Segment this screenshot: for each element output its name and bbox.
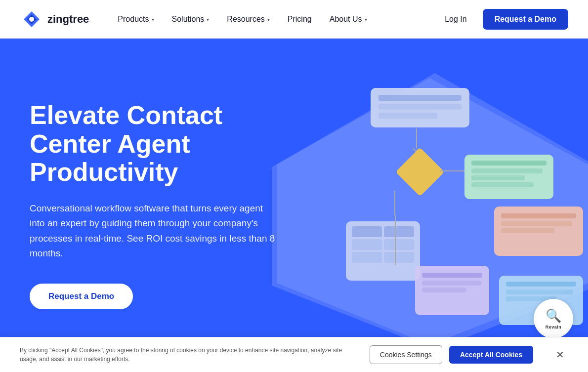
request-demo-button-nav[interactable]: Request a Demo bbox=[483, 9, 568, 30]
products-chevron-icon: ▾ bbox=[152, 17, 154, 22]
logo-link[interactable]: zingtree bbox=[20, 7, 89, 31]
zingtree-logo bbox=[20, 7, 43, 31]
navbar: zingtree Products ▾ Solutions ▾ Resource… bbox=[0, 0, 588, 39]
svg-point-2 bbox=[29, 17, 34, 22]
revain-label: Revain bbox=[546, 325, 562, 330]
nav-resources[interactable]: Resources ▾ bbox=[218, 10, 278, 29]
cookie-text: By clicking "Accept All Cookies", you ag… bbox=[20, 346, 356, 364]
hero-title: Elevate Contact Center Agent Productivit… bbox=[30, 101, 277, 186]
nav-products[interactable]: Products ▾ bbox=[109, 10, 163, 29]
request-demo-button-hero[interactable]: Request a Demo bbox=[30, 284, 133, 309]
brand-name: zingtree bbox=[47, 13, 89, 26]
about-chevron-icon: ▾ bbox=[365, 17, 367, 22]
hero-subtitle: Conversational workflow software that tu… bbox=[30, 201, 277, 261]
nav-pricing[interactable]: Pricing bbox=[279, 10, 321, 29]
arrow-2 bbox=[440, 170, 464, 171]
hero-section: Elevate Contact Center Agent Productivit… bbox=[0, 39, 588, 372]
arrow-4 bbox=[395, 215, 396, 265]
revain-badge: 🔍 Revain bbox=[534, 299, 573, 338]
card-green bbox=[464, 155, 553, 199]
cookie-banner: By clicking "Accept All Cookies", you ag… bbox=[0, 337, 588, 372]
cookie-buttons: Cookies Settings Accept All Cookies bbox=[370, 345, 533, 364]
card-salmon bbox=[494, 207, 583, 256]
accept-all-cookies-button[interactable]: Accept All Cookies bbox=[449, 346, 533, 364]
cookies-settings-button[interactable]: Cookies Settings bbox=[370, 345, 442, 364]
card-top bbox=[371, 88, 469, 127]
hero-content: Elevate Contact Center Agent Productivit… bbox=[0, 72, 306, 338]
card-purple bbox=[415, 266, 489, 315]
arrow-3 bbox=[394, 191, 395, 215]
close-icon[interactable]: ✕ bbox=[552, 347, 568, 363]
hero-illustration bbox=[272, 68, 578, 355]
nav-solutions[interactable]: Solutions ▾ bbox=[163, 10, 218, 29]
card-left-bottom bbox=[346, 221, 420, 281]
nav-links: Products ▾ Solutions ▾ Resources ▾ Prici… bbox=[109, 10, 439, 29]
login-link[interactable]: Log In bbox=[439, 11, 472, 28]
nav-right: Log In Request a Demo bbox=[439, 9, 568, 30]
nav-about[interactable]: About Us ▾ bbox=[321, 10, 376, 29]
resources-chevron-icon: ▾ bbox=[267, 17, 270, 22]
solutions-chevron-icon: ▾ bbox=[207, 17, 209, 22]
revain-icon: 🔍 bbox=[546, 308, 561, 324]
